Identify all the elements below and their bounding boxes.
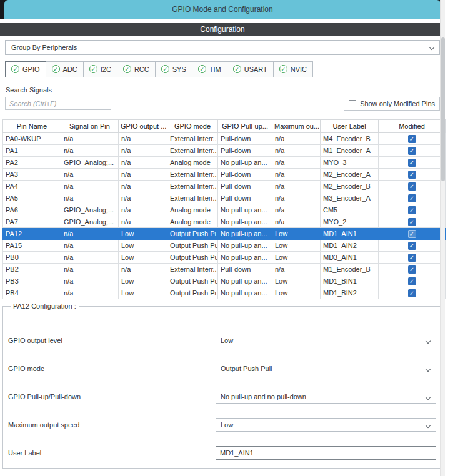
modified-checkbox[interactable]: ✓ [408, 182, 416, 191]
pin-row-pa4[interactable]: PA4n/an/aExternal Interr...Pull-downn/aM… [3, 181, 446, 192]
cell-mode: External Interr... [168, 192, 218, 204]
field-row-maximum-output-speed: Maximum output speedLow [8, 418, 438, 432]
group-by-dropdown[interactable]: Group By Peripherals [5, 40, 440, 55]
column-header-gpio-output[interactable]: GPIO output ... [119, 120, 168, 133]
status-ok-icon: ✓ [123, 65, 131, 73]
cell-signal: GPIO_Analog;... [61, 216, 119, 228]
modified-checkbox[interactable]: ✓ [408, 147, 416, 155]
cell-speed: n/a [272, 192, 321, 204]
pin-row-pb0[interactable]: PB0n/aLowOutput Push PullNo pull-up an..… [3, 252, 446, 264]
status-ok-icon: ✓ [11, 65, 19, 73]
pin-row-pb2[interactable]: PB2n/an/aExternal Interr...Pull-downn/aM… [3, 264, 446, 275]
pin-row-pa7[interactable]: PA7GPIO_Analog;...n/aAnalog modeNo pull-… [3, 216, 446, 228]
cell-pull: No pull-up an... [218, 204, 272, 216]
chevron-down-icon [426, 423, 431, 428]
column-header-pin-name[interactable]: Pin Name [3, 120, 61, 133]
column-header-maximum-ou[interactable]: Maximum ou... [272, 120, 321, 133]
pin-row-pa1[interactable]: PA1n/an/aExternal Interr...Pull-downn/aM… [3, 145, 446, 157]
cell-pin: PA5 [3, 192, 61, 204]
cell-label: M1_Encoder_B [321, 264, 379, 275]
modified-checkbox[interactable]: ✓ [408, 242, 416, 250]
show-modified-checkbox[interactable] [349, 100, 356, 107]
pin-row-pa5[interactable]: PA5n/an/aExternal Interr...Pull-downn/aM… [3, 192, 446, 204]
scrollbar-thumb[interactable] [441, 37, 445, 181]
cell-speed: n/a [272, 169, 321, 181]
modified-checkbox[interactable]: ✓ [408, 230, 416, 238]
tab-label: GPIO [22, 66, 40, 73]
modified-checkbox[interactable]: ✓ [408, 171, 416, 179]
tab-usart[interactable]: ✓USART [227, 61, 274, 77]
cell-signal: n/a [61, 275, 119, 287]
cell-modified: ✓ [379, 240, 446, 252]
user-label-input[interactable] [216, 446, 436, 460]
cell-speed: Low [272, 275, 321, 287]
cell-mode: External Interr... [168, 181, 218, 192]
tab-rcc[interactable]: ✓RCC [117, 61, 156, 77]
modified-checkbox[interactable]: ✓ [408, 135, 416, 143]
modified-checkbox[interactable]: ✓ [408, 265, 416, 274]
pin-row-pa3[interactable]: PA3n/an/aExternal Interr...Pull-downn/aM… [3, 169, 446, 181]
tab-gpio[interactable]: ✓GPIO [5, 61, 46, 77]
modified-checkbox[interactable]: ✓ [408, 218, 416, 226]
modified-checkbox[interactable]: ✓ [408, 159, 416, 167]
cell-speed: n/a [272, 181, 321, 192]
column-header-user-label[interactable]: User Label [321, 120, 379, 133]
cell-mode: Output Push Pull [168, 287, 218, 299]
column-header-signal-on-pin[interactable]: Signal on Pin [61, 120, 119, 133]
cell-pin: PA4 [3, 181, 61, 192]
column-header-gpio-mode[interactable]: GPIO mode [168, 120, 218, 133]
cell-pull: Pull-down [218, 192, 272, 204]
column-header-gpio-pull-up[interactable]: GPIO Pull-up... [218, 120, 272, 133]
cell-speed: n/a [272, 133, 321, 145]
tab-sys[interactable]: ✓SYS [155, 61, 192, 77]
pin-row-pb4[interactable]: PB4n/aLowOutput Push PullNo pull-up an..… [3, 287, 446, 299]
tab-tim[interactable]: ✓TIM [192, 61, 228, 77]
cell-output: n/a [119, 192, 168, 204]
vertical-scrollbar[interactable] [440, 0, 445, 476]
tab-i2c[interactable]: ✓I2C [83, 61, 118, 77]
field-row-gpio-mode: GPIO modeOutput Push Pull [8, 362, 438, 375]
cell-pin: PB0 [3, 252, 61, 264]
gpio-mode-select[interactable]: Output Push Pull [216, 362, 436, 375]
cell-pull: No pull-up an... [218, 275, 272, 287]
cell-signal: n/a [61, 169, 119, 181]
cell-mode: External Interr... [168, 133, 218, 145]
pin-row-pa15[interactable]: PA15n/aLowOutput Push PullNo pull-up an.… [3, 240, 446, 252]
pin-row-pb3[interactable]: PB3n/aLowOutput Push PullNo pull-up an..… [3, 275, 446, 287]
cell-pull: No pull-up an... [218, 240, 272, 252]
cell-label: M4_Encoder_B [321, 133, 379, 145]
cell-pull: Pull-down [218, 169, 272, 181]
cell-pin: PA0-WKUP [3, 133, 61, 145]
show-modified-filter[interactable]: Show only Modified Pins [344, 97, 440, 111]
panel-title: GPIO Mode and Configuration [4, 0, 441, 19]
maximum-output-speed-select[interactable]: Low [216, 418, 436, 432]
gpio-config-panel: GPIO Mode and Configuration Configuratio… [0, 0, 445, 476]
column-header-modified[interactable]: Modified [379, 120, 446, 133]
modified-checkbox[interactable]: ✓ [408, 194, 416, 202]
search-row: Show only Modified Pins [0, 97, 445, 111]
modified-checkbox[interactable]: ✓ [408, 254, 416, 262]
modified-checkbox[interactable]: ✓ [408, 289, 416, 297]
gpio-pull-up-pull-down-select[interactable]: No pull-up and no pull-down [216, 390, 436, 404]
pin-row-pa6[interactable]: PA6GPIO_Analog;...n/aAnalog modeNo pull-… [3, 204, 446, 216]
cell-label: MD1_AIN1 [321, 228, 379, 240]
modified-checkbox[interactable]: ✓ [408, 206, 416, 214]
pin-row-pa0-wkup[interactable]: PA0-WKUPn/an/aExternal Interr...Pull-dow… [3, 133, 446, 145]
field-label: GPIO output level [8, 337, 216, 344]
cell-pin: PB2 [3, 264, 61, 275]
tab-adc[interactable]: ✓ADC [46, 61, 84, 77]
pin-row-pa12[interactable]: PA12n/aLowOutput Push PullNo pull-up an.… [3, 228, 446, 240]
select-value: Low [221, 337, 233, 344]
cell-mode: Output Push Pull [168, 228, 218, 240]
search-input[interactable] [5, 97, 111, 110]
pin-row-pa2[interactable]: PA2GPIO_Analog;...n/aAnalog modeNo pull-… [3, 157, 446, 169]
cell-signal: n/a [61, 264, 119, 275]
cell-label: MD1_BIN1 [321, 275, 379, 287]
modified-checkbox[interactable]: ✓ [408, 277, 416, 285]
tab-nvic[interactable]: ✓NVIC [273, 61, 313, 77]
tab-label: I2C [101, 66, 111, 73]
cell-modified: ✓ [379, 157, 446, 169]
gpio-output-level-select[interactable]: Low [216, 334, 436, 347]
config-fields: GPIO output levelLowGPIO modeOutput Push… [8, 310, 438, 460]
cell-mode: External Interr... [168, 169, 218, 181]
